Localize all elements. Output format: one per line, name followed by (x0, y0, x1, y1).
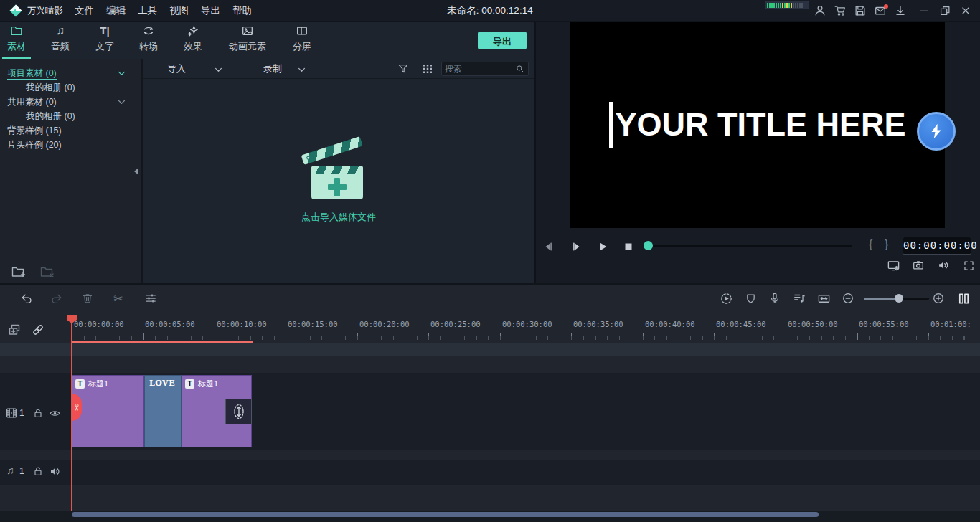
audio-sync-icon[interactable] (792, 291, 806, 305)
preview-viewport[interactable]: YOUR TITLE HERE (570, 22, 945, 228)
next-frame-button[interactable] (569, 239, 583, 254)
search-input[interactable] (442, 64, 515, 74)
tree-item-my-album[interactable]: 我的相册 (0) (0, 80, 141, 95)
import-hint-text[interactable]: 点击导入媒体文件 (143, 211, 534, 224)
display-settings-icon[interactable] (886, 258, 900, 272)
title-overlay-text[interactable]: YOUR TITLE HERE (615, 106, 905, 143)
menu-file[interactable]: 文件 (75, 4, 94, 17)
tab-splitscreen[interactable]: 分屏 (286, 24, 319, 59)
track-layout-icon[interactable] (956, 291, 971, 305)
transition-icon (142, 24, 155, 37)
chevron-down-icon[interactable] (118, 71, 126, 76)
voiceover-mic-icon[interactable] (768, 291, 782, 305)
audio-level-meter (765, 1, 809, 9)
marker-icon[interactable] (743, 291, 758, 305)
lock-icon[interactable] (32, 465, 44, 477)
redo-icon[interactable] (50, 291, 64, 305)
ruler-label: 00:00:30:00 (502, 320, 552, 328)
video-track-icon (5, 407, 18, 419)
tree-item-project-media[interactable]: 项目素材 (0) (0, 66, 141, 80)
tab-text[interactable]: T| 文字 (88, 24, 121, 59)
split-scissors-icon[interactable]: ✂ (111, 291, 126, 305)
text-caret (609, 102, 613, 148)
chevron-down-icon[interactable] (298, 67, 306, 72)
current-timecode: 00:00:00:00 (903, 237, 971, 255)
tab-effects[interactable]: 效果 (176, 24, 209, 59)
download-icon[interactable] (894, 4, 907, 17)
export-button[interactable]: 导出 (478, 32, 527, 49)
filter-icon[interactable] (397, 62, 410, 75)
tree-item-my-album-2[interactable]: 我的相册 (0) (0, 109, 141, 123)
tab-transitions[interactable]: 转场 (132, 24, 165, 59)
chevron-down-icon[interactable] (118, 100, 126, 105)
auto-ripple-link-icon[interactable] (30, 322, 46, 338)
collapse-sidebar-handle[interactable] (134, 168, 138, 175)
tree-item-sample-backgrounds[interactable]: 背景样例 (15) (0, 123, 141, 138)
minimize-icon[interactable] (918, 4, 930, 17)
menu-edit[interactable]: 编辑 (106, 4, 126, 17)
mute-speaker-icon[interactable] (49, 465, 61, 478)
adjust-icon[interactable] (143, 291, 158, 305)
ruler-label: 00:00:35:00 (573, 320, 623, 328)
timeline-section: ✂ 00:00:0 (0, 285, 980, 522)
add-folder-icon[interactable] (10, 264, 27, 280)
search-icon[interactable] (515, 64, 525, 74)
seek-handle[interactable] (644, 241, 653, 250)
timeline-clip-title-1[interactable]: T 标题1 (72, 375, 144, 447)
title-clip-badge: T (185, 379, 194, 389)
menu-export[interactable]: 导出 (201, 4, 220, 17)
delete-icon[interactable] (80, 291, 95, 305)
mark-in-icon[interactable]: { (869, 238, 872, 251)
lock-icon[interactable] (32, 407, 44, 419)
save-icon[interactable] (854, 4, 867, 17)
restore-icon[interactable] (938, 4, 951, 17)
menu-view[interactable]: 视图 (169, 4, 189, 17)
ruler-label: 00:00:20:00 (359, 320, 410, 328)
audio-track-lane[interactable] (0, 460, 980, 485)
folder-icon (10, 24, 23, 37)
menu-help[interactable]: 帮助 (232, 4, 252, 17)
tree-item-shared-media[interactable]: 共用素材 (0) (0, 95, 141, 109)
instant-mode-icon[interactable] (917, 112, 956, 151)
volume-icon[interactable] (936, 258, 951, 272)
tree-item-sample-intros[interactable]: 片头样例 (20) (0, 138, 141, 152)
zoom-in-icon[interactable] (931, 291, 946, 305)
timeline-clip-love[interactable]: LOVE (144, 375, 182, 447)
fullscreen-icon[interactable] (961, 258, 976, 272)
stop-button[interactable] (621, 239, 636, 254)
delete-folder-icon[interactable] (39, 264, 56, 280)
render-preview-icon[interactable] (719, 291, 733, 305)
clip-move-cursor[interactable] (225, 399, 252, 424)
title-overlay[interactable]: YOUR TITLE HERE (609, 102, 905, 148)
import-dropdown[interactable]: 导入 (167, 59, 186, 79)
zoom-out-icon[interactable] (841, 291, 855, 305)
add-track-icon[interactable] (6, 322, 22, 338)
record-dropdown[interactable]: 录制 (263, 59, 282, 79)
tab-elements[interactable]: 动画元素 (222, 24, 273, 59)
timeline-strip (0, 343, 980, 356)
play-button[interactable] (595, 239, 610, 254)
tab-audio[interactable]: ♫ 音频 (44, 24, 77, 59)
fit-timeline-icon[interactable] (816, 291, 831, 305)
tab-label: 文字 (95, 40, 114, 53)
timeline-ruler[interactable]: 00:00:00:00 00:00:05:00 00:00:10:00 00:0… (0, 315, 980, 343)
grid-view-icon[interactable] (421, 62, 434, 75)
menu-tools[interactable]: 工具 (138, 4, 157, 17)
timeline-zoom-handle[interactable] (895, 294, 903, 303)
store-cart-icon[interactable] (834, 4, 847, 17)
mark-out-icon[interactable]: } (885, 238, 888, 251)
eye-icon[interactable] (49, 407, 61, 419)
close-icon[interactable] (959, 4, 972, 17)
import-media-dropzone[interactable] (303, 142, 374, 208)
ruler-label: 00:00:05:00 (145, 320, 195, 328)
chevron-down-icon[interactable] (215, 67, 222, 72)
account-icon[interactable] (814, 4, 826, 17)
tab-label: 分屏 (293, 40, 311, 53)
seek-bar[interactable] (648, 245, 852, 247)
previous-frame-button[interactable] (542, 239, 556, 254)
media-toolbar: 导入 录制 (143, 59, 534, 79)
tab-media[interactable]: 素材 (0, 24, 33, 59)
timeline-scrollbar[interactable] (72, 512, 819, 517)
snapshot-camera-icon[interactable] (911, 258, 925, 272)
undo-icon[interactable] (19, 291, 33, 305)
